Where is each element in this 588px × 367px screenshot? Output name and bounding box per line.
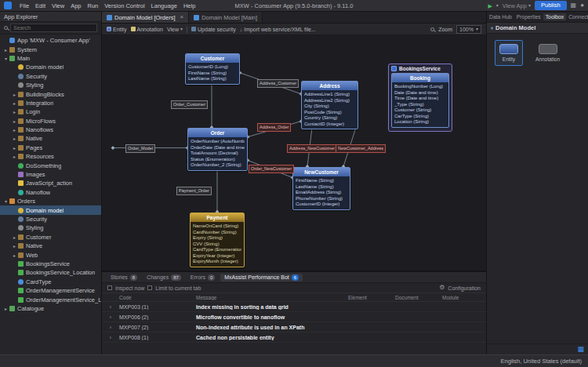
chevron-right-icon[interactable]: ▸ <box>11 127 18 133</box>
entity-order[interactable]: OrderOrderNumber (AutoNumber)OrderDate (… <box>187 128 248 171</box>
status-language[interactable]: English, United States (default) <box>501 358 582 365</box>
menu-edit[interactable]: Edit <box>32 2 49 9</box>
view-app-button[interactable]: View App ▾ <box>503 2 531 9</box>
inspect-now-label[interactable]: Inspect now <box>115 285 144 291</box>
chevron-right-icon[interactable]: ▸ <box>11 109 18 114</box>
issue-row-mxp003-1[interactable]: ›MXP003 (1)Index missing in sorting a da… <box>102 302 486 312</box>
association-order-newcustomer[interactable]: Order_NewCustomer <box>249 165 294 173</box>
tree-item-nanoflows[interactable]: ▸Nanoflows <box>0 125 101 134</box>
tree-item-customer[interactable]: ▸Customer <box>0 233 101 242</box>
bottom-tab-mxassist-performance-bot[interactable]: MxAssist Performance Bot6 <box>220 274 303 282</box>
tree-item-app-mxw-consumer-app[interactable]: App 'MXW - Consumer App' <box>0 36 101 45</box>
expand-chevron-icon[interactable]: › <box>102 304 119 310</box>
expand-chevron-icon[interactable]: › <box>102 314 119 320</box>
association-order-model[interactable]: Order_Model <box>125 144 155 153</box>
tree-item-native[interactable]: ▸Native <box>0 242 101 250</box>
limit-to-current-tab-checkbox[interactable] <box>147 285 152 290</box>
menu-file[interactable]: File <box>16 2 32 9</box>
chevron-right-icon[interactable]: ▸ <box>2 47 9 53</box>
tree-item-styling[interactable]: Styling <box>0 81 101 89</box>
bottom-tab-errors[interactable]: Errors0 <box>187 274 219 282</box>
tree-item-web[interactable]: ▸Web <box>0 250 101 259</box>
panel-tab-properties[interactable]: Properties <box>514 13 543 20</box>
tree-item-bookingsservice-location[interactable]: BookingsService_Location <box>0 268 101 277</box>
inspect-now-checkbox[interactable] <box>107 285 112 290</box>
import-web-service-button[interactable]: ↓ Import web service/XML file... <box>240 27 316 32</box>
tree-item-system[interactable]: ▸System <box>0 45 101 53</box>
tree-item-main[interactable]: ▾Main <box>0 54 101 63</box>
association-address-customer[interactable]: Address_Customer <box>257 79 299 88</box>
tree-item-native[interactable]: ▸Native <box>0 134 101 143</box>
tree-item-styling[interactable]: Styling <box>0 223 101 232</box>
menu-view[interactable]: View <box>49 2 67 9</box>
mendix-logo-icon[interactable] <box>4 2 12 9</box>
domain-model-canvas[interactable]: CustomerCustomerID (Long)FirstName (Stri… <box>102 35 486 271</box>
tree-item-nanoflow[interactable]: Nanoflow <box>0 188 101 197</box>
panel-tab-connector[interactable]: Connector <box>566 13 588 20</box>
publish-button[interactable]: Publish <box>535 1 567 10</box>
issue-row-mxp008-1[interactable]: ›MXP008 (1)Cached non persistable entity <box>102 332 486 343</box>
chevron-right-icon[interactable]: ▸ <box>11 92 18 97</box>
chevron-right-icon[interactable]: ▸ <box>11 243 18 249</box>
bottom-tab-stories[interactable]: Stories8 <box>107 274 141 282</box>
entity-customer[interactable]: CustomerCustomerID (Long)FirstName (Stri… <box>185 53 240 85</box>
expand-chevron-icon[interactable]: › <box>102 335 119 340</box>
tree-item-ordermanagementservice[interactable]: OrderManagementService <box>0 286 101 295</box>
tree-item-domain-model[interactable]: Domain model <box>0 63 101 71</box>
toolbox-tool-annotation[interactable]: Annotation <box>531 40 564 66</box>
expand-chevron-icon[interactable]: › <box>102 325 119 330</box>
menu-language[interactable]: Language <box>148 2 180 9</box>
menu-help[interactable]: Help <box>180 2 198 9</box>
toolbox-tool-entity[interactable]: Entity <box>495 40 523 66</box>
tree-item-javascript-action[interactable]: JavaScript_action <box>0 179 101 187</box>
entity-payment[interactable]: PaymentNameOnCard (String)CardNumber (St… <box>190 213 245 267</box>
entity-newcustomer[interactable]: NewCustomerFirstName (String)LastName (S… <box>292 167 350 210</box>
issue-row-mxp007-2[interactable]: ›MXP007 (2)Non-indexed attribute is used… <box>102 322 486 332</box>
tree-item-integration[interactable]: ▸Integration <box>0 99 101 107</box>
chevron-right-icon[interactable]: ▸ <box>11 118 18 124</box>
tree-item-bookingsservice[interactable]: BookingsService <box>0 260 101 268</box>
chevron-down-icon[interactable]: ▾ <box>2 198 9 204</box>
tree-item-domain-model[interactable]: Domain model <box>0 205 101 214</box>
menu-run[interactable]: Run <box>85 2 102 9</box>
chevron-right-icon[interactable]: ▸ <box>2 306 9 311</box>
tab-domain-model-orders[interactable]: Domain Model [Orders]× <box>102 12 189 23</box>
menu-app[interactable]: App <box>67 2 84 9</box>
tab-domain-model-main[interactable]: Domain Model [Main] <box>189 12 263 23</box>
entity-tool-button[interactable]: Entity <box>107 27 127 32</box>
run-app-button[interactable]: ▶ <box>488 3 492 9</box>
chevron-right-icon[interactable]: ▸ <box>11 136 18 141</box>
tree-item-images[interactable]: Images <box>0 170 101 179</box>
chevron-right-icon[interactable]: ▸ <box>11 154 18 159</box>
association-newcustomer-address[interactable]: NewCustomer_Address <box>336 144 386 153</box>
tree-item-pages[interactable]: ▸Pages <box>0 144 101 152</box>
tree-item-cardtype[interactable]: CardType <box>0 278 101 286</box>
association-payment-order[interactable]: Payment_Order <box>176 187 212 195</box>
panel-tab-toolbox[interactable]: Toolbox <box>543 13 566 20</box>
entity-booking[interactable]: BookingBookingNumber (Long)Date (Date an… <box>391 73 449 128</box>
tree-item-login[interactable]: ▸Login <box>0 107 101 116</box>
panel-tab-data-hub[interactable]: Data Hub <box>487 13 514 20</box>
update-security-button[interactable]: Update security <box>191 27 236 32</box>
zoom-select[interactable]: 100% ▾ <box>456 25 481 34</box>
bottom-tab-changes[interactable]: Changes87 <box>143 274 185 282</box>
tree-item-security[interactable]: Security <box>0 215 101 223</box>
toolbox-section-header[interactable]: ▾ Domain Model <box>487 23 588 34</box>
tree-item-ordermanagementservice-loca[interactable]: OrderManagementService_Loca <box>0 295 101 303</box>
association-order-customer[interactable]: Order_Customer <box>171 100 208 109</box>
chevron-right-icon[interactable]: ▸ <box>11 253 18 258</box>
apps-icon[interactable]: ▦ <box>571 2 577 9</box>
tree-item-orders[interactable]: ▾Orders <box>0 197 101 205</box>
user-icon[interactable]: ● <box>580 2 584 9</box>
dock-grid-icon[interactable]: ▦ <box>577 346 584 353</box>
tree-item-microflows[interactable]: ▸MicroFlows <box>0 117 101 125</box>
menu-version-control[interactable]: Version Control <box>101 2 147 9</box>
chevron-right-icon[interactable]: ▸ <box>11 145 18 151</box>
configuration-button[interactable]: Configuration <box>448 285 481 291</box>
association-address-newcustomer[interactable]: Address_NewCustomer <box>287 144 337 153</box>
chevron-right-icon[interactable]: ▸ <box>11 234 18 240</box>
view-menu-button[interactable]: View ▾ <box>167 27 183 32</box>
association-address-order[interactable]: Address_Order <box>257 123 291 132</box>
chevron-down-icon[interactable]: ▾ <box>2 56 9 61</box>
search-input[interactable] <box>10 24 97 32</box>
